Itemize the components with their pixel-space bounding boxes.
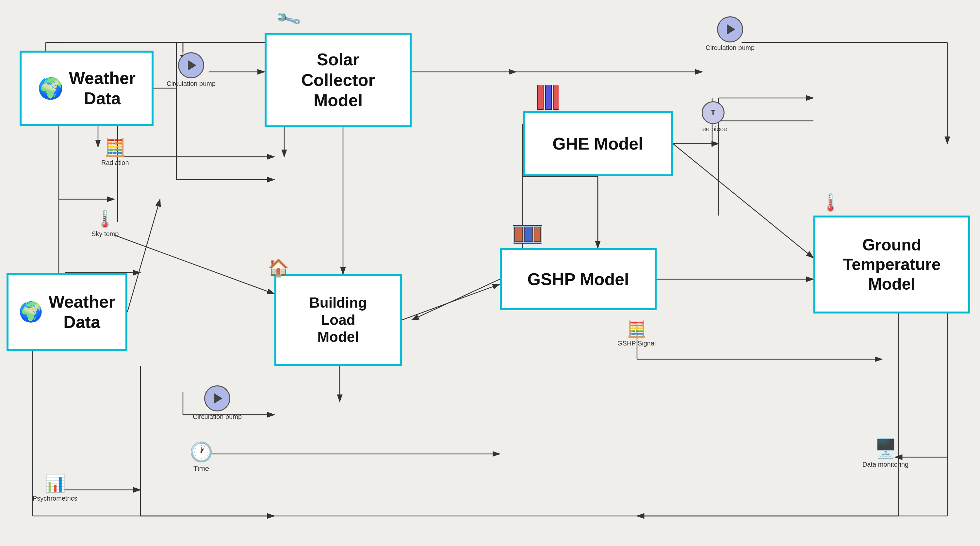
weather-data-bottom-label: Weather Data bbox=[48, 292, 115, 332]
tee-piece-circle: T bbox=[702, 101, 725, 124]
tee-piece-label: Tee piece bbox=[699, 125, 727, 133]
sky-temp-label: Sky temp bbox=[91, 230, 119, 238]
solar-collector-box: Solar Collector Model bbox=[265, 33, 412, 127]
svg-rect-55 bbox=[538, 85, 543, 110]
svg-rect-57 bbox=[554, 85, 558, 110]
pump-top-left: Circulation pump bbox=[167, 52, 216, 87]
pump-bottom: Circulation pump bbox=[193, 385, 242, 421]
pump-top-left-triangle bbox=[188, 60, 196, 71]
pump-top-right-label: Circulation pump bbox=[706, 44, 755, 52]
time-label: Time bbox=[193, 464, 209, 473]
diagram-container: 🌍 Weather Data 🌍 Weather Data Solar Coll… bbox=[0, 0, 980, 546]
solar-collector-label: Solar Collector Model bbox=[301, 49, 375, 110]
weather-data-top-label: Weather Data bbox=[69, 68, 135, 109]
signal-calculator-icon: 🧮 bbox=[627, 320, 646, 338]
building-load-box: Building Load Model bbox=[274, 274, 402, 366]
data-monitoring-icon: 🖥️ Data monitoring bbox=[862, 438, 908, 468]
svg-rect-60 bbox=[524, 227, 533, 242]
thermometer-icon: 🌡️ bbox=[94, 209, 116, 229]
svg-rect-56 bbox=[546, 85, 551, 110]
globe-icon-top: 🌍 bbox=[38, 76, 64, 101]
building-icon: 🏠 bbox=[268, 258, 289, 278]
sky-temp-icon: 🌡️ Sky temp bbox=[91, 209, 119, 238]
svg-rect-59 bbox=[514, 227, 523, 242]
pump-top-right-circle bbox=[717, 16, 743, 43]
monitor-icon: 🖥️ bbox=[874, 438, 897, 459]
ground-temp-label: Ground Temperature Model bbox=[843, 235, 940, 294]
weather-data-top-box: 🌍 Weather Data bbox=[20, 51, 154, 126]
gshp-icon bbox=[513, 225, 542, 245]
clock-icon: 🕐 bbox=[189, 441, 213, 463]
radiation-label: Radiation bbox=[101, 159, 129, 167]
radiation-icon: 🧮 Radiation bbox=[101, 137, 129, 167]
pump-bottom-triangle bbox=[214, 393, 223, 404]
ghe-icon bbox=[536, 85, 558, 111]
ground-temp-icon: 🌡️ bbox=[820, 193, 841, 213]
heat-pump-icon bbox=[513, 225, 542, 245]
pump-bottom-circle bbox=[204, 385, 230, 411]
svg-line-44 bbox=[402, 284, 500, 320]
gshp-model-label: GSHP Model bbox=[527, 269, 629, 289]
building-load-label: Building Load Model bbox=[309, 294, 367, 346]
data-monitoring-label: Data monitoring bbox=[862, 460, 908, 468]
time-icon: 🕐 Time bbox=[189, 441, 213, 473]
ground-thermometer-icon: 🌡️ bbox=[820, 193, 841, 213]
svg-line-12 bbox=[115, 235, 274, 294]
pump-top-left-circle bbox=[178, 52, 204, 78]
svg-line-7 bbox=[673, 144, 813, 258]
svg-rect-61 bbox=[534, 227, 541, 242]
psychrometrics-icon: 📊 Psychrometrics bbox=[33, 473, 78, 502]
gshp-model-box: GSHP Model bbox=[500, 248, 657, 310]
weather-data-bottom-box: 🌍 Weather Data bbox=[6, 273, 127, 351]
psychrometrics-label: Psychrometrics bbox=[33, 495, 78, 502]
house-icon: 🏠 bbox=[268, 258, 289, 278]
svg-line-39 bbox=[127, 199, 160, 312]
tee-piece: T Tee piece bbox=[699, 101, 727, 133]
solar-icon: 🔧 bbox=[278, 9, 299, 29]
globe-icon-bottom: 🌍 bbox=[19, 300, 43, 324]
ghe-model-label: GHE Model bbox=[552, 133, 643, 154]
pump-top-right-triangle bbox=[727, 24, 735, 35]
calculator-icon: 🧮 bbox=[104, 137, 126, 158]
ground-temp-box: Ground Temperature Model bbox=[813, 216, 970, 313]
gshp-signal-icon: 🧮 GSHP Signal bbox=[617, 320, 655, 347]
gshp-signal-label: GSHP Signal bbox=[617, 340, 655, 347]
borehole-icon bbox=[536, 85, 558, 111]
svg-line-15 bbox=[412, 279, 500, 320]
pump-top-right: Circulation pump bbox=[706, 16, 755, 52]
pump-top-left-label: Circulation pump bbox=[167, 80, 216, 87]
pump-bottom-label: Circulation pump bbox=[193, 413, 242, 421]
solar-tool-icon: 🔧 bbox=[274, 5, 302, 33]
ghe-model-box: GHE Model bbox=[523, 111, 673, 176]
chart-icon: 📊 bbox=[45, 473, 66, 494]
